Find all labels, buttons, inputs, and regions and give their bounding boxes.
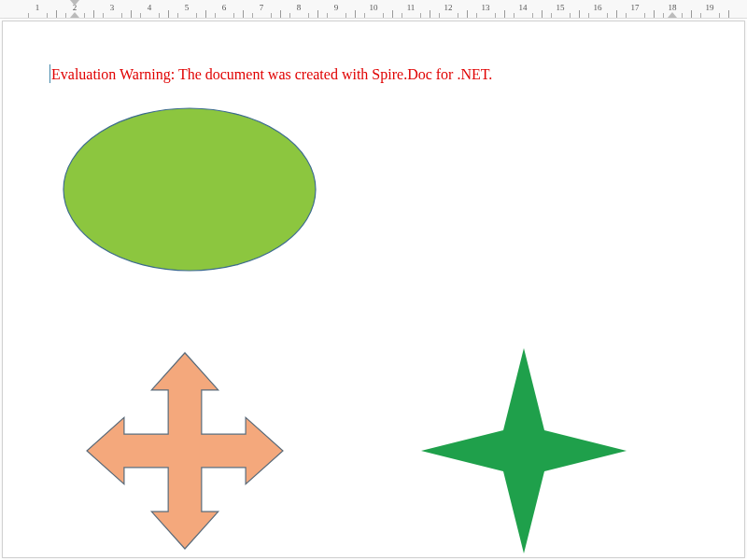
ruler-label: 5 <box>185 3 190 12</box>
ruler-label: 12 <box>444 3 453 12</box>
ruler-label: 18 <box>669 3 677 12</box>
ruler-label: 10 <box>370 3 378 12</box>
document-page[interactable]: Evaluation Warning: The document was cre… <box>2 21 745 558</box>
ruler-label: 16 <box>594 3 602 12</box>
ruler-label: 13 <box>482 3 490 12</box>
ruler-label: 17 <box>631 3 640 12</box>
ruler-scale: 12345678910111213141516171819 <box>19 0 747 18</box>
horizontal-ruler[interactable]: 12345678910111213141516171819 <box>0 0 747 19</box>
ruler-label: 6 <box>222 3 227 12</box>
ellipse-shape[interactable] <box>63 108 316 271</box>
shapes-canvas <box>3 21 746 559</box>
quad-arrow-shape[interactable] <box>87 353 283 549</box>
ruler-label: 19 <box>706 3 714 12</box>
ruler-label: 4 <box>148 3 152 12</box>
four-point-star-shape[interactable] <box>421 348 627 553</box>
ruler-label: 11 <box>407 3 416 12</box>
ruler-label: 14 <box>519 3 528 12</box>
ruler-label: 7 <box>260 3 264 12</box>
ruler-label: 15 <box>557 3 565 12</box>
ruler-label: 9 <box>334 3 339 12</box>
ruler-label: 1 <box>35 3 40 12</box>
ruler-label: 3 <box>110 3 115 12</box>
ruler-label: 8 <box>297 3 302 12</box>
